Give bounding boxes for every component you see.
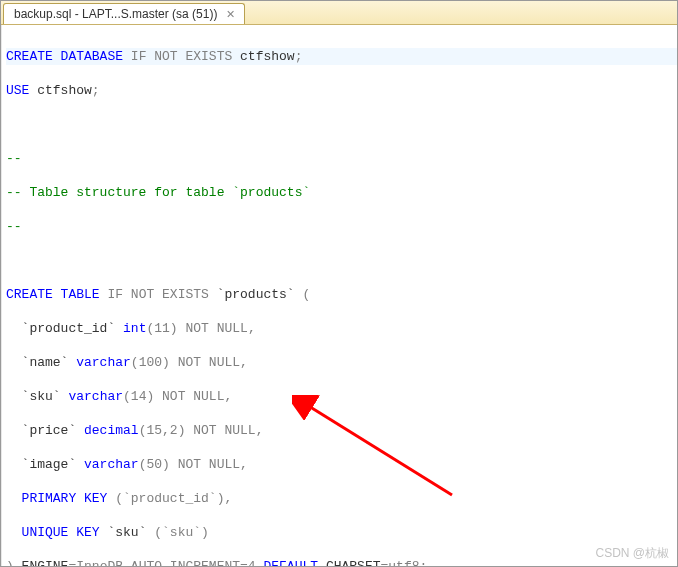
svg-line-1	[307, 405, 452, 495]
tab-bar: backup.sql - LAPT...S.master (sa (51)) ✕	[1, 1, 677, 25]
annotation-arrow-icon	[292, 395, 472, 505]
code-line	[6, 252, 677, 269]
code-line: `name` varchar(100) NOT NULL,	[6, 354, 677, 371]
code-line: CREATE DATABASE IF NOT EXISTS ctfshow;	[6, 48, 677, 65]
tab-title: backup.sql - LAPT...S.master (sa (51))	[14, 7, 217, 21]
code-line: UNIQUE KEY `sku` (`sku`)	[6, 524, 677, 541]
code-line: `image` varchar(50) NOT NULL,	[6, 456, 677, 473]
close-icon[interactable]: ✕	[223, 8, 238, 21]
code-line: --	[6, 150, 677, 167]
code-line: PRIMARY KEY (`product_id`),	[6, 490, 677, 507]
code-line: CREATE TABLE IF NOT EXISTS `products` (	[6, 286, 677, 303]
code-line	[6, 116, 677, 133]
code-line: ) ENGINE=InnoDB AUTO_INCREMENT=4 DEFAULT…	[6, 558, 677, 567]
code-area[interactable]: CREATE DATABASE IF NOT EXISTS ctfshow; U…	[2, 25, 678, 566]
code-line: `price` decimal(15,2) NOT NULL,	[6, 422, 677, 439]
editor[interactable]: CREATE DATABASE IF NOT EXISTS ctfshow; U…	[1, 25, 677, 566]
code-line: -- Table structure for table `products`	[6, 184, 677, 201]
file-tab[interactable]: backup.sql - LAPT...S.master (sa (51)) ✕	[3, 3, 245, 24]
code-line: USE ctfshow;	[6, 82, 677, 99]
code-line: `sku` varchar(14) NOT NULL,	[6, 388, 677, 405]
code-line: --	[6, 218, 677, 235]
code-line: `product_id` int(11) NOT NULL,	[6, 320, 677, 337]
